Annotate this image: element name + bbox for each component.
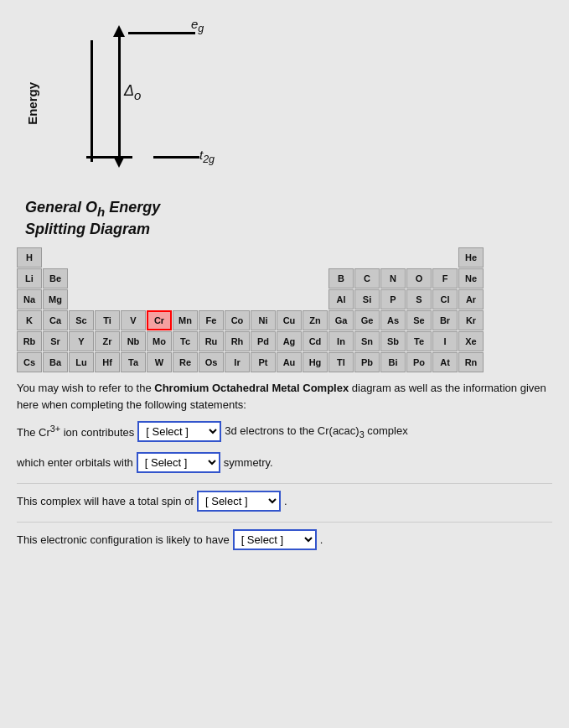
- element-Bi[interactable]: Bi: [380, 352, 406, 372]
- element-Ni[interactable]: Ni: [251, 310, 276, 330]
- q2-suffix: symmetry.: [224, 455, 273, 472]
- q4-suffix: .: [320, 532, 323, 549]
- element-Co[interactable]: Co: [225, 310, 250, 330]
- element-He[interactable]: He: [458, 247, 484, 268]
- element-Nb[interactable]: Nb: [121, 331, 146, 351]
- element-Ge[interactable]: Ge: [354, 310, 380, 330]
- element-Ga[interactable]: Ga: [328, 310, 354, 330]
- empty-cell: [328, 247, 354, 268]
- element-Se[interactable]: Se: [406, 310, 432, 330]
- element-Cr[interactable]: Cr: [147, 310, 172, 330]
- element-Ir[interactable]: Ir: [225, 352, 250, 372]
- q4-select[interactable]: [ Select ]: [233, 529, 317, 550]
- question-4-row: This electronic configuration is likely …: [17, 529, 552, 550]
- element-Ta[interactable]: Ta: [121, 352, 146, 372]
- empty-cell: [432, 247, 458, 268]
- empty-cell: [43, 247, 68, 268]
- empty-cell: [121, 268, 146, 289]
- q1-suffix: 3d electrons to the Cr(acac)3 complex: [225, 423, 407, 442]
- element-Xe[interactable]: Xe: [458, 331, 484, 351]
- element-Sn[interactable]: Sn: [354, 331, 380, 351]
- y-axis-label: Energy: [25, 82, 39, 125]
- element-Pb[interactable]: Pb: [354, 352, 380, 372]
- element-Fe[interactable]: Fe: [199, 310, 224, 330]
- element-Lu[interactable]: Lu: [69, 352, 94, 372]
- element-V[interactable]: V: [121, 310, 146, 330]
- element-Br[interactable]: Br: [432, 310, 458, 330]
- q1-prefix: The Cr3+ ion contributes: [17, 422, 134, 442]
- element-H[interactable]: H: [17, 247, 42, 268]
- element-Hf[interactable]: Hf: [95, 352, 120, 372]
- element-F[interactable]: F: [432, 268, 458, 289]
- element-Kr[interactable]: Kr: [458, 310, 484, 330]
- left-bar: [91, 40, 93, 162]
- element-O[interactable]: O: [406, 268, 432, 289]
- element-Ag[interactable]: Ag: [277, 331, 302, 351]
- element-Ti[interactable]: Ti: [95, 310, 120, 330]
- element-Ca[interactable]: Ca: [43, 310, 68, 330]
- element-Mn[interactable]: Mn: [173, 310, 198, 330]
- element-Hg[interactable]: Hg: [303, 352, 328, 372]
- element-Ne[interactable]: Ne: [458, 268, 484, 289]
- empty-cell: [354, 247, 380, 268]
- element-Y[interactable]: Y: [69, 331, 94, 351]
- element-Zr[interactable]: Zr: [95, 331, 120, 351]
- element-Ru[interactable]: Ru: [199, 331, 224, 351]
- element-W[interactable]: W: [147, 352, 172, 372]
- element-Be[interactable]: Be: [43, 268, 68, 289]
- element-Au[interactable]: Au: [277, 352, 302, 372]
- element-At[interactable]: At: [432, 352, 458, 372]
- element-Al[interactable]: Al: [328, 289, 354, 309]
- element-K[interactable]: K: [17, 310, 42, 330]
- element-Rh[interactable]: Rh: [225, 331, 250, 351]
- element-Cs[interactable]: Cs: [17, 352, 42, 372]
- empty-cell: [95, 289, 120, 309]
- element-Mo[interactable]: Mo: [147, 331, 172, 351]
- empty-cell: [303, 247, 328, 268]
- element-S[interactable]: S: [406, 289, 432, 309]
- element-P[interactable]: P: [380, 289, 406, 309]
- q1-select[interactable]: [ Select ]: [137, 421, 221, 442]
- element-Sb[interactable]: Sb: [380, 331, 406, 351]
- element-Re[interactable]: Re: [173, 352, 198, 372]
- element-Si[interactable]: Si: [354, 289, 380, 309]
- element-Sr[interactable]: Sr: [43, 331, 68, 351]
- element-Os[interactable]: Os: [199, 352, 224, 372]
- empty-cell: [69, 247, 94, 268]
- element-Zn[interactable]: Zn: [303, 310, 328, 330]
- element-As[interactable]: As: [380, 310, 406, 330]
- element-Pd[interactable]: Pd: [251, 331, 276, 351]
- q3-suffix: .: [284, 493, 287, 511]
- empty-cell: [147, 268, 172, 289]
- element-B[interactable]: B: [328, 268, 354, 289]
- element-Po[interactable]: Po: [406, 352, 432, 372]
- pt-row-5: Rb Sr Y Zr Nb Mo Tc Ru Rh Pd Ag Cd In Sn…: [17, 331, 552, 351]
- element-Mg[interactable]: Mg: [43, 289, 68, 309]
- element-Pt[interactable]: Pt: [251, 352, 276, 372]
- element-Cl[interactable]: Cl: [432, 289, 458, 309]
- element-I[interactable]: I: [432, 331, 458, 351]
- element-Te[interactable]: Te: [406, 331, 432, 351]
- element-Sc[interactable]: Sc: [69, 310, 94, 330]
- element-Ba[interactable]: Ba: [43, 352, 68, 372]
- element-Tc[interactable]: Tc: [173, 331, 198, 351]
- question-1-row: The Cr3+ ion contributes [ Select ] 3d e…: [17, 421, 552, 442]
- empty-cell: [225, 247, 250, 268]
- q2-select[interactable]: [ Select ]: [137, 452, 220, 473]
- element-Cu[interactable]: Cu: [277, 310, 302, 330]
- element-Li[interactable]: Li: [17, 268, 42, 289]
- q3-prefix: This complex will have a total spin of: [17, 493, 194, 511]
- element-Cd[interactable]: Cd: [303, 331, 328, 351]
- element-C[interactable]: C: [354, 268, 380, 289]
- element-Na[interactable]: Na: [17, 289, 42, 309]
- empty-cell: [251, 247, 276, 268]
- element-Ar[interactable]: Ar: [458, 289, 484, 309]
- element-N[interactable]: N: [380, 268, 406, 289]
- empty-cell: [303, 289, 328, 309]
- element-Rb[interactable]: Rb: [17, 331, 42, 351]
- element-Tl[interactable]: Tl: [328, 352, 354, 372]
- q3-select[interactable]: [ Select ]: [197, 491, 281, 512]
- divider-2: [17, 522, 552, 523]
- element-In[interactable]: In: [328, 331, 354, 351]
- element-Rn[interactable]: Rn: [458, 352, 484, 372]
